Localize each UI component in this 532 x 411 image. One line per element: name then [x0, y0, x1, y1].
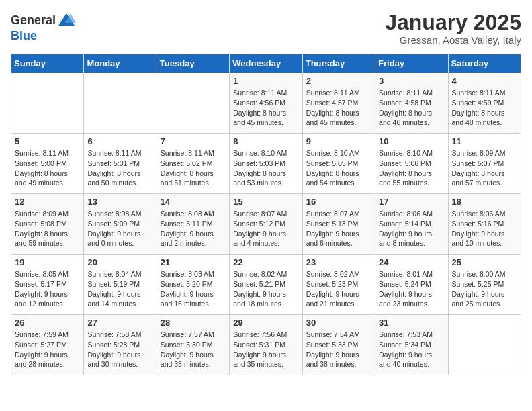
weekday-header: Saturday [448, 54, 521, 73]
cell-info: Sunrise: 8:03 AM Sunset: 5:20 PM Dayligh… [161, 269, 226, 309]
cell-info: Sunrise: 8:02 AM Sunset: 5:23 PM Dayligh… [306, 269, 371, 309]
weekday-header-row: SundayMondayTuesdayWednesdayThursdayFrid… [11, 54, 521, 73]
day-number: 31 [379, 318, 444, 328]
calendar-cell: 17Sunrise: 8:06 AM Sunset: 5:14 PM Dayli… [375, 194, 448, 255]
day-number: 1 [233, 76, 298, 86]
calendar-cell: 30Sunrise: 7:54 AM Sunset: 5:33 PM Dayli… [302, 315, 375, 375]
day-number: 8 [233, 136, 298, 146]
calendar-cell: 24Sunrise: 8:01 AM Sunset: 5:24 PM Dayli… [375, 255, 448, 315]
cell-info: Sunrise: 8:10 AM Sunset: 5:03 PM Dayligh… [233, 148, 298, 188]
calendar-week-row: 19Sunrise: 8:05 AM Sunset: 5:17 PM Dayli… [11, 255, 521, 315]
day-number: 25 [452, 257, 517, 267]
day-number: 12 [15, 197, 80, 207]
calendar-cell: 7Sunrise: 8:11 AM Sunset: 5:02 PM Daylig… [157, 134, 229, 194]
title-area: January 2025 Gressan, Aosta Valley, Ital… [385, 11, 521, 46]
day-number: 26 [15, 318, 80, 328]
day-number: 6 [87, 136, 152, 146]
day-number: 18 [452, 197, 517, 207]
day-number: 15 [233, 197, 298, 207]
day-number: 17 [379, 197, 444, 207]
calendar-cell [157, 73, 229, 134]
calendar-cell: 1Sunrise: 8:11 AM Sunset: 4:56 PM Daylig… [230, 73, 302, 134]
calendar-cell: 22Sunrise: 8:02 AM Sunset: 5:21 PM Dayli… [230, 255, 302, 315]
day-number: 23 [306, 257, 371, 267]
calendar-cell: 26Sunrise: 7:59 AM Sunset: 5:27 PM Dayli… [11, 315, 84, 375]
calendar-cell: 6Sunrise: 8:11 AM Sunset: 5:01 PM Daylig… [84, 134, 157, 194]
calendar-cell [448, 315, 521, 375]
cell-info: Sunrise: 8:06 AM Sunset: 5:14 PM Dayligh… [379, 209, 444, 248]
day-number: 11 [452, 136, 517, 146]
calendar-cell: 14Sunrise: 8:08 AM Sunset: 5:11 PM Dayli… [157, 194, 229, 255]
weekday-header: Tuesday [157, 54, 229, 73]
calendar-cell: 9Sunrise: 8:10 AM Sunset: 5:05 PM Daylig… [302, 134, 375, 194]
header: General Blue January 2025 Gressan, Aosta… [11, 11, 521, 46]
calendar-cell: 2Sunrise: 8:11 AM Sunset: 4:57 PM Daylig… [302, 73, 375, 134]
calendar-cell: 19Sunrise: 8:05 AM Sunset: 5:17 PM Dayli… [11, 255, 84, 315]
cell-info: Sunrise: 8:07 AM Sunset: 5:13 PM Dayligh… [306, 209, 371, 248]
calendar-cell: 11Sunrise: 8:09 AM Sunset: 5:07 PM Dayli… [448, 134, 521, 194]
cell-info: Sunrise: 8:11 AM Sunset: 5:00 PM Dayligh… [15, 148, 80, 188]
calendar-cell [84, 73, 157, 134]
day-number: 9 [306, 136, 371, 146]
day-number: 10 [379, 136, 444, 146]
cell-info: Sunrise: 7:59 AM Sunset: 5:27 PM Dayligh… [15, 330, 80, 369]
logo: General Blue [11, 11, 76, 42]
cell-info: Sunrise: 7:56 AM Sunset: 5:31 PM Dayligh… [233, 330, 298, 369]
calendar-cell: 23Sunrise: 8:02 AM Sunset: 5:23 PM Dayli… [302, 255, 375, 315]
calendar-week-row: 12Sunrise: 8:09 AM Sunset: 5:08 PM Dayli… [11, 194, 521, 255]
calendar-cell: 10Sunrise: 8:10 AM Sunset: 5:06 PM Dayli… [375, 134, 448, 194]
cell-info: Sunrise: 7:53 AM Sunset: 5:34 PM Dayligh… [379, 330, 444, 369]
weekday-header: Thursday [302, 54, 375, 73]
cell-info: Sunrise: 8:11 AM Sunset: 4:58 PM Dayligh… [379, 88, 444, 128]
cell-info: Sunrise: 8:11 AM Sunset: 4:57 PM Dayligh… [306, 88, 371, 128]
calendar-cell: 25Sunrise: 8:00 AM Sunset: 5:25 PM Dayli… [448, 255, 521, 315]
cell-info: Sunrise: 8:06 AM Sunset: 5:16 PM Dayligh… [452, 209, 517, 248]
day-number: 7 [161, 136, 226, 146]
weekday-header: Monday [84, 54, 157, 73]
cell-info: Sunrise: 8:11 AM Sunset: 4:56 PM Dayligh… [233, 88, 298, 128]
cell-info: Sunrise: 7:57 AM Sunset: 5:30 PM Dayligh… [161, 330, 226, 369]
weekday-header: Friday [375, 54, 448, 73]
calendar-title: January 2025 [385, 11, 521, 34]
day-number: 3 [379, 76, 444, 86]
day-number: 5 [15, 136, 80, 146]
calendar-week-row: 5Sunrise: 8:11 AM Sunset: 5:00 PM Daylig… [11, 134, 521, 194]
cell-info: Sunrise: 8:00 AM Sunset: 5:25 PM Dayligh… [452, 269, 517, 309]
cell-info: Sunrise: 7:54 AM Sunset: 5:33 PM Dayligh… [306, 330, 371, 369]
cell-info: Sunrise: 8:09 AM Sunset: 5:08 PM Dayligh… [15, 209, 80, 248]
cell-info: Sunrise: 8:11 AM Sunset: 5:02 PM Dayligh… [161, 148, 226, 188]
cell-info: Sunrise: 8:04 AM Sunset: 5:19 PM Dayligh… [87, 269, 152, 309]
day-number: 14 [161, 197, 226, 207]
day-number: 28 [161, 318, 226, 328]
logo-blue: Blue [11, 30, 76, 42]
day-number: 4 [452, 76, 517, 86]
calendar-cell: 12Sunrise: 8:09 AM Sunset: 5:08 PM Dayli… [11, 194, 84, 255]
cell-info: Sunrise: 8:02 AM Sunset: 5:21 PM Dayligh… [233, 269, 298, 309]
cell-info: Sunrise: 8:11 AM Sunset: 4:59 PM Dayligh… [452, 88, 517, 128]
calendar-week-row: 26Sunrise: 7:59 AM Sunset: 5:27 PM Dayli… [11, 315, 521, 375]
day-number: 13 [87, 197, 152, 207]
day-number: 21 [161, 257, 226, 267]
calendar-cell: 8Sunrise: 8:10 AM Sunset: 5:03 PM Daylig… [230, 134, 302, 194]
calendar-cell: 3Sunrise: 8:11 AM Sunset: 4:58 PM Daylig… [375, 73, 448, 134]
calendar-cell: 5Sunrise: 8:11 AM Sunset: 5:00 PM Daylig… [11, 134, 84, 194]
calendar-cell: 4Sunrise: 8:11 AM Sunset: 4:59 PM Daylig… [448, 73, 521, 134]
calendar-cell: 27Sunrise: 7:58 AM Sunset: 5:28 PM Dayli… [84, 315, 157, 375]
cell-info: Sunrise: 7:58 AM Sunset: 5:28 PM Dayligh… [87, 330, 152, 369]
cell-info: Sunrise: 8:09 AM Sunset: 5:07 PM Dayligh… [452, 148, 517, 188]
logo-icon [57, 11, 76, 30]
day-number: 19 [15, 257, 80, 267]
cell-info: Sunrise: 8:05 AM Sunset: 5:17 PM Dayligh… [15, 269, 80, 309]
day-number: 27 [87, 318, 152, 328]
calendar-cell: 31Sunrise: 7:53 AM Sunset: 5:34 PM Dayli… [375, 315, 448, 375]
day-number: 20 [87, 257, 152, 267]
cell-info: Sunrise: 8:11 AM Sunset: 5:01 PM Dayligh… [87, 148, 152, 188]
calendar-subtitle: Gressan, Aosta Valley, Italy [385, 34, 521, 46]
calendar-cell: 18Sunrise: 8:06 AM Sunset: 5:16 PM Dayli… [448, 194, 521, 255]
weekday-header: Sunday [11, 54, 84, 73]
cell-info: Sunrise: 8:08 AM Sunset: 5:09 PM Dayligh… [87, 209, 152, 248]
calendar-cell [11, 73, 84, 134]
cell-info: Sunrise: 8:10 AM Sunset: 5:05 PM Dayligh… [306, 148, 371, 188]
cell-info: Sunrise: 8:07 AM Sunset: 5:12 PM Dayligh… [233, 209, 298, 248]
logo-general: General [11, 14, 56, 26]
